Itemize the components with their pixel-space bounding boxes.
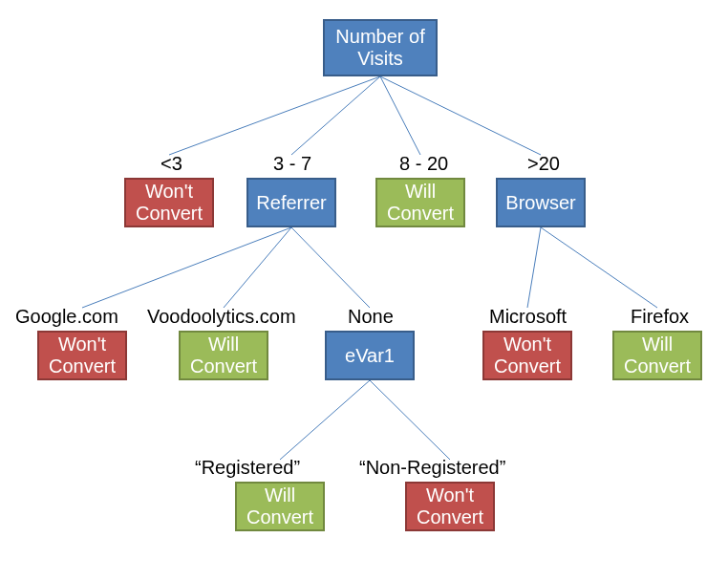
svg-line-10	[370, 380, 450, 460]
label-3-7: 3 - 7	[273, 153, 311, 174]
node-browser-text: Browser	[505, 192, 575, 214]
node-microsoft-text: Won'tConvert	[494, 334, 561, 377]
svg-line-1	[291, 76, 380, 155]
node-browser: Browser	[496, 178, 586, 227]
node-registered-text: WillConvert	[246, 484, 313, 528]
connector-lines	[0, 0, 728, 581]
label-lt3: <3	[161, 153, 182, 174]
node-google-text: Won'tConvert	[49, 334, 116, 377]
node-microsoft: Won'tConvert	[482, 331, 572, 380]
decision-tree-canvas: Number ofVisits <3 3 - 7 8 - 20 >20 Won'…	[0, 0, 728, 581]
label-non-registered: “Non-Registered”	[359, 457, 505, 478]
node-root-text: Number ofVisits	[335, 26, 424, 70]
node-evar1: eVar1	[325, 331, 415, 380]
label-8-20: 8 - 20	[399, 153, 448, 174]
node-non-registered: Won'tConvert	[405, 482, 495, 531]
node-evar1-text: eVar1	[345, 345, 395, 367]
label-registered: “Registered”	[195, 457, 300, 478]
node-root: Number ofVisits	[323, 19, 438, 76]
node-referrer: Referrer	[246, 178, 336, 227]
svg-line-2	[380, 76, 420, 155]
svg-line-7	[527, 227, 541, 308]
label-microsoft: Microsoft	[489, 306, 567, 327]
node-registered: WillConvert	[235, 482, 325, 531]
svg-line-0	[169, 76, 380, 155]
label-firefox: Firefox	[631, 306, 689, 327]
label-google: Google.com	[15, 306, 118, 327]
label-gt20: >20	[527, 153, 560, 174]
label-none: None	[348, 306, 394, 327]
node-8-20: WillConvert	[375, 178, 465, 227]
svg-line-8	[541, 227, 657, 308]
node-firefox: WillConvert	[612, 331, 702, 380]
node-non-registered-text: Won'tConvert	[417, 484, 483, 528]
svg-line-3	[380, 76, 541, 155]
node-8-20-text: WillConvert	[387, 181, 454, 225]
node-firefox-text: WillConvert	[624, 334, 691, 377]
svg-line-5	[224, 227, 291, 308]
node-google: Won'tConvert	[37, 331, 127, 380]
svg-line-4	[82, 227, 291, 308]
svg-line-6	[291, 227, 370, 308]
node-lt3-text: Won'tConvert	[136, 181, 203, 225]
node-voodoo: WillConvert	[179, 331, 268, 380]
node-lt3: Won'tConvert	[124, 178, 214, 227]
node-voodoo-text: WillConvert	[190, 334, 257, 377]
svg-line-9	[280, 380, 370, 460]
label-voodoo: Voodoolytics.com	[147, 306, 296, 327]
node-referrer-text: Referrer	[256, 192, 326, 214]
